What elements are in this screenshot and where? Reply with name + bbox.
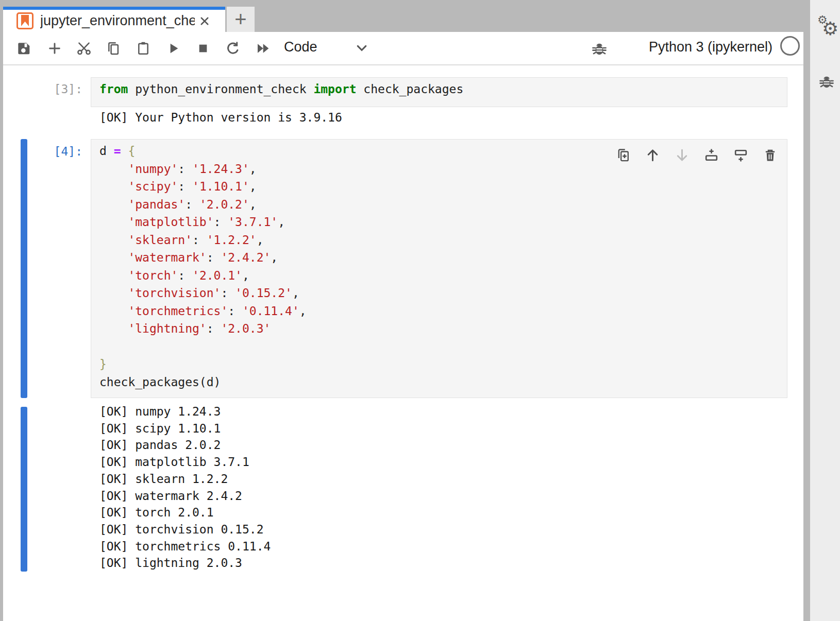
input-collapser[interactable] (21, 139, 27, 398)
code-editor: from python_environment_check import che… (91, 78, 787, 98)
delete-cell-icon[interactable] (760, 145, 780, 165)
insert-cell-above-icon[interactable] (701, 145, 721, 165)
debugger-bug-icon[interactable] (587, 37, 611, 60)
cell-type-dropdown[interactable]: Code (284, 39, 317, 55)
jupyterlab-window: jupyter_environment_check + (0, 0, 840, 621)
output-collapser[interactable] (21, 407, 27, 572)
insert-cell-below-icon[interactable] (730, 145, 751, 165)
duplicate-cell-icon[interactable] (613, 145, 633, 165)
paste-cells-icon[interactable] (131, 37, 155, 60)
notebook-tab[interactable]: jupyter_environment_check (3, 7, 225, 32)
run-all-cells-icon[interactable] (251, 37, 275, 60)
close-icon[interactable] (196, 12, 213, 30)
move-cell-up-icon[interactable] (642, 145, 663, 165)
interrupt-kernel-icon[interactable] (191, 37, 215, 60)
debugger-bug-icon[interactable] (816, 71, 837, 92)
code-cell-input[interactable]: from python_environment_check import che… (91, 77, 787, 107)
chevron-down-icon[interactable] (352, 39, 371, 57)
kernel-status-indicator (780, 36, 800, 56)
notebook-toolbar: Code Python 3 (ipykernel) (3, 32, 803, 65)
new-launcher-button[interactable]: + (227, 7, 255, 32)
input-prompt: [3]: (21, 80, 82, 98)
move-cell-down-icon[interactable] (671, 145, 692, 165)
code-editor: d = { 'numpy': '1.24.3', 'scipy': '1.10.… (91, 140, 787, 391)
notebook-icon (16, 12, 33, 29)
cell-output-text: [OK] Your Python version is 3.9.16 (99, 109, 342, 126)
right-sidebar: ⚙⚙ (810, 0, 840, 621)
input-prompt: [4]: (21, 143, 82, 160)
run-cell-icon[interactable] (161, 37, 185, 60)
cut-cells-icon[interactable] (72, 37, 96, 60)
cell-output-text: [OK] numpy 1.24.3[OK] scipy 1.10.1[OK] p… (99, 403, 271, 572)
tab-title: jupyter_environment_check (40, 13, 195, 29)
code-cell-input[interactable]: d = { 'numpy': '1.24.3', 'scipy': '1.10.… (91, 139, 787, 398)
copy-cells-icon[interactable] (102, 37, 125, 60)
save-icon[interactable] (12, 37, 36, 60)
restart-kernel-icon[interactable] (221, 37, 245, 60)
sidebar-divider[interactable] (803, 0, 810, 621)
dock-tab-bar: jupyter_environment_check + (3, 0, 803, 32)
kernel-name[interactable]: Python 3 (ipykernel) (611, 39, 772, 55)
add-cell-icon[interactable] (43, 37, 66, 60)
property-inspector-gears-icon[interactable]: ⚙⚙ (817, 15, 838, 38)
left-panel-divider (0, 0, 3, 621)
